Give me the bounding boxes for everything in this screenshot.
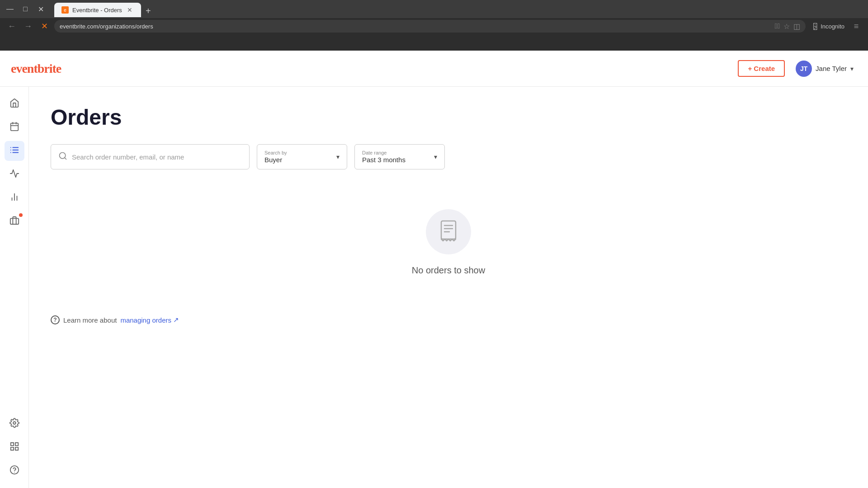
svg-rect-15 — [10, 442, 13, 445]
empty-state-icon-container — [426, 209, 471, 254]
user-menu[interactable]: JT Jane Tyler ▾ — [792, 59, 857, 79]
incognito-label: Incognito — [821, 23, 844, 30]
sidebar-item-finances[interactable] — [5, 211, 24, 231]
nav-right-actions: 🁭 Incognito ≡ — [809, 20, 863, 33]
receipt-icon — [437, 219, 460, 244]
sidebar-item-analytics[interactable] — [5, 188, 24, 208]
search-by-chevron-icon: ▾ — [336, 153, 340, 160]
svg-rect-17 — [15, 447, 18, 450]
sidebar-item-apps[interactable] — [5, 437, 24, 457]
marketing-icon — [9, 169, 19, 181]
info-icon: ? — [51, 315, 60, 324]
main-content: Orders Search by Buyer ▾ — [29, 87, 868, 488]
maximize-button[interactable]: □ — [19, 3, 32, 15]
search-icon — [58, 151, 67, 163]
browser-chrome: ― □ ✕ e Eventbrite - Orders ✕ + ← → ✕ ev… — [0, 0, 868, 51]
user-menu-chevron-icon: ▾ — [850, 65, 854, 72]
svg-rect-16 — [15, 442, 18, 445]
new-tab-button[interactable]: + — [142, 5, 155, 17]
sidebar-item-orders[interactable] — [5, 141, 24, 161]
bookmark-icon[interactable]: ☆ — [783, 22, 790, 31]
browser-nav-bar: ← → ✕ eventbrite.com/organizations/order… — [0, 18, 868, 34]
filters-row: Search by Buyer ▾ Date range Past 3 mont… — [51, 144, 846, 169]
date-range-label-group: Date range Past 3 months — [362, 150, 406, 164]
app-header: eventbrite + Create JT Jane Tyler ▾ — [0, 51, 868, 87]
svg-rect-23 — [441, 221, 456, 239]
url-text: eventbrite.com/organizations/orders — [60, 23, 153, 30]
app-body: Orders Search by Buyer ▾ — [0, 87, 868, 488]
tab-bar: e Eventbrite - Orders ✕ + — [51, 1, 158, 17]
back-button[interactable]: ← — [5, 20, 18, 33]
date-range-dropdown[interactable]: Date range Past 3 months ▾ — [354, 144, 445, 169]
header-actions: + Create JT Jane Tyler ▾ — [738, 59, 857, 79]
date-range-value: Past 3 months — [362, 156, 406, 164]
svg-rect-0 — [10, 123, 18, 131]
tab-title: Eventbrite - Orders — [72, 7, 122, 14]
settings-icon — [9, 418, 19, 430]
managing-orders-link[interactable]: managing orders ↗ — [120, 316, 179, 324]
svg-point-14 — [13, 422, 16, 424]
sidebar-item-home[interactable] — [5, 94, 24, 114]
date-range-chevron-icon: ▾ — [434, 153, 437, 160]
orders-icon — [9, 145, 19, 157]
logo-text: eventbrite — [11, 61, 61, 75]
learn-more-prefix: Learn more about — [63, 316, 117, 324]
sidebar-item-settings[interactable] — [5, 414, 24, 434]
eye-off-icon[interactable]: 👁︎⃒ — [775, 22, 780, 30]
external-link-icon: ↗ — [173, 316, 179, 324]
search-by-label: Search by — [264, 150, 287, 155]
analytics-icon — [9, 192, 19, 204]
finances-badge — [19, 213, 23, 217]
address-bar[interactable]: eventbrite.com/organizations/orders 👁︎⃒ … — [54, 20, 806, 33]
sidebar-item-help[interactable] — [5, 461, 24, 481]
active-tab[interactable]: e Eventbrite - Orders ✕ — [54, 3, 141, 17]
home-icon — [9, 98, 19, 110]
user-name: Jane Tyler — [816, 65, 847, 72]
empty-state-message: No orders to show — [412, 265, 485, 276]
search-by-label-group: Search by Buyer — [264, 150, 287, 164]
search-input[interactable] — [72, 153, 242, 161]
eventbrite-logo: eventbrite — [11, 61, 61, 76]
reload-button[interactable]: ✕ — [38, 20, 51, 33]
forward-button[interactable]: → — [22, 20, 34, 33]
search-box[interactable] — [51, 144, 250, 169]
address-bar-icons: 👁︎⃒ ☆ ◫ — [775, 22, 801, 31]
calendar-icon — [9, 122, 19, 134]
search-by-dropdown[interactable]: Search by Buyer ▾ — [257, 144, 347, 169]
tab-close-button[interactable]: ✕ — [126, 6, 134, 14]
browser-titlebar: ― □ ✕ e Eventbrite - Orders ✕ + — [0, 0, 868, 18]
finances-icon — [9, 216, 19, 228]
extensions-button[interactable]: ≡ — [850, 20, 863, 33]
minimize-button[interactable]: ― — [4, 3, 16, 15]
search-by-value: Buyer — [264, 156, 287, 164]
incognito-icon: 🁭 — [813, 23, 818, 30]
create-button[interactable]: + Create — [738, 60, 785, 77]
sidebar-item-events[interactable] — [5, 117, 24, 137]
date-range-label: Date range — [362, 150, 406, 155]
svg-rect-13 — [10, 218, 18, 224]
sidebar-item-marketing[interactable] — [5, 164, 24, 184]
apps-icon — [9, 441, 19, 454]
close-button[interactable]: ✕ — [34, 3, 47, 15]
svg-line-22 — [65, 157, 66, 159]
tab-favicon: e — [61, 6, 69, 14]
page-title: Orders — [51, 105, 846, 130]
sidebar — [0, 87, 29, 488]
user-avatar: JT — [796, 61, 812, 77]
svg-rect-18 — [10, 447, 13, 450]
browser-window-controls: ― □ ✕ — [4, 3, 47, 15]
learn-more-section: ? Learn more about managing orders ↗ — [51, 315, 846, 324]
split-view-icon[interactable]: ◫ — [793, 22, 800, 31]
incognito-button[interactable]: 🁭 Incognito — [809, 21, 848, 32]
empty-state: No orders to show — [51, 191, 846, 315]
help-icon — [9, 465, 19, 477]
managing-orders-link-text: managing orders — [120, 316, 171, 324]
